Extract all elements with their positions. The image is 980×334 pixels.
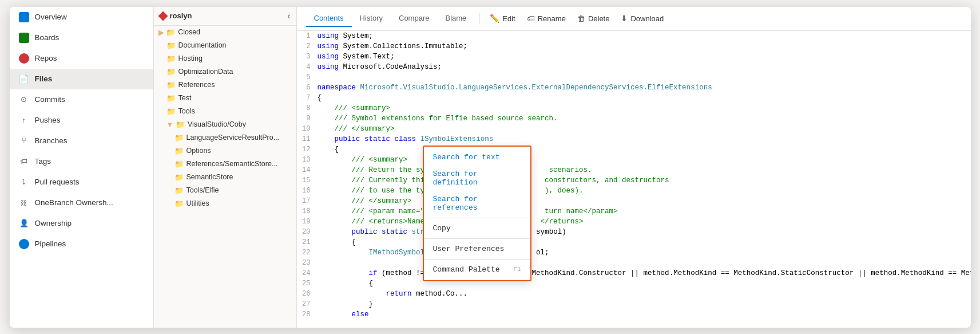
folder-icon: ▶ 📁 (158, 28, 176, 37)
repo-name: roslyn (160, 11, 192, 20)
code-line-10: 10 /// </summary> (297, 124, 971, 134)
tab-contents[interactable]: Contents (306, 10, 352, 27)
tree-item-visualstudio-coby[interactable]: ▼ 📁 VisualStudio/Coby (154, 118, 296, 131)
code-line-27: 27 } (297, 299, 971, 309)
code-line-26: 26 return method.Co... (297, 289, 971, 299)
ctx-search-text[interactable]: Search for text (424, 149, 530, 166)
tree-item-references-semantic[interactable]: 📁 References/SemanticStore... (154, 158, 296, 171)
sidebar-label-tags: Tags (35, 157, 51, 166)
pullreq-icon: ⤵ (19, 177, 29, 187)
sidebar-item-repos[interactable]: Repos (10, 48, 153, 69)
onebranch-icon: ⛓ (19, 198, 29, 208)
repo-name-label: roslyn (170, 11, 192, 20)
rename-icon: 🏷 (527, 14, 535, 23)
code-line-18: 18 /// <param name="symbol"> turn name</… (297, 206, 971, 217)
sidebar: Overview Boards Repos 📄 Files ⊙ Commits … (10, 7, 154, 328)
code-line-7: 7 { (297, 93, 971, 103)
sidebar-label-overview: Overview (35, 13, 67, 21)
code-line-1: 1 using System; (297, 31, 971, 41)
edit-icon: ✏️ (490, 14, 499, 23)
sidebar-item-boards[interactable]: Boards (10, 27, 153, 48)
download-label: Download (630, 14, 664, 23)
rename-action[interactable]: 🏷 Rename (521, 11, 572, 26)
download-action[interactable]: ⬇ Download (615, 11, 669, 26)
tree-item-documentation[interactable]: 📁 Documentation (154, 39, 296, 52)
tree-label-utilities: Utilities (187, 199, 209, 207)
tree-label-options: Options (187, 147, 211, 155)
code-line-13: 13 /// <summary> (297, 155, 971, 165)
sidebar-item-branches[interactable]: ⑂ Branches (10, 131, 153, 151)
code-line-22: 22 IMethodSymbol method... ol; (297, 247, 971, 258)
ctx-command-palette-label: Command Palette (433, 265, 500, 274)
code-line-19: 19 /// <returns>Name of sym... </returns… (297, 217, 971, 227)
code-line-20: 20 public static string Ad... symbol) (297, 227, 971, 237)
code-line-21: 21 { (297, 237, 971, 247)
tab-compare[interactable]: Compare (391, 10, 437, 27)
sidebar-item-overview[interactable]: Overview (10, 7, 153, 27)
tree-item-tools[interactable]: 📁 Tools (154, 105, 296, 118)
folder-icon: 📁 (166, 54, 176, 63)
sidebar-item-ownership[interactable]: 👤 Ownership (10, 213, 153, 234)
tab-history[interactable]: History (352, 10, 391, 27)
code-line-28: 28 else (297, 309, 971, 320)
tree-label-references-semantic: References/SemanticStore... (187, 160, 278, 168)
sidebar-item-pushes[interactable]: ↑ Pushes (10, 110, 153, 131)
code-line-16: 16 /// to use the type na... ), does). (297, 186, 971, 196)
tree-item-utilities[interactable]: 📁 Utilities (154, 197, 296, 210)
tree-label-visualstudio-coby: VisualStudio/Coby (188, 120, 246, 128)
ctx-search-definition[interactable]: Search for definition (424, 166, 530, 191)
sidebar-label-pipelines: Pipelines (35, 239, 66, 248)
tree-item-semanticstore[interactable]: 📁 SemanticStore (154, 171, 296, 184)
tree-label-documentation: Documentation (178, 41, 227, 49)
code-line-6: 6 namespace Microsoft.VisualStudio.Langu… (297, 82, 971, 93)
sidebar-label-pushes: Pushes (35, 116, 61, 124)
folder-icon: ▼ 📁 (166, 120, 185, 129)
tree-item-closed[interactable]: ▶ 📁 Closed (154, 26, 296, 39)
folder-icon: 📁 (174, 133, 184, 142)
sidebar-label-files: Files (35, 74, 53, 83)
folder-icon: 📁 (166, 107, 176, 116)
sidebar-item-pipelines[interactable]: Pipelines (10, 234, 153, 254)
ctx-divider-3 (424, 259, 530, 260)
tree-item-references[interactable]: 📁 References (154, 78, 296, 92)
ctx-command-palette[interactable]: Command Palette F1 (424, 261, 530, 278)
folder-icon: 📁 (166, 41, 176, 50)
sidebar-item-onebranch[interactable]: ⛓ OneBranch Ownersh... (10, 192, 153, 213)
file-tree-header: roslyn ‹ (154, 7, 296, 26)
tree-label-tools: Tools (178, 107, 195, 115)
sidebar-item-files[interactable]: 📄 Files (10, 69, 153, 89)
ctx-copy[interactable]: Copy (424, 220, 530, 237)
ctx-user-preferences[interactable]: User Preferences (424, 241, 530, 257)
main-content: Contents History Compare Blame ✏️ Edit 🏷… (297, 7, 971, 328)
tree-label-optimizationdata: OptimizationData (178, 68, 233, 76)
tab-blame[interactable]: Blame (437, 10, 474, 27)
tree-label-test: Test (178, 94, 192, 102)
delete-action[interactable]: 🗑 Delete (572, 11, 616, 26)
tree-item-languageservice[interactable]: 📁 LanguageServiceResultPro... (154, 131, 296, 144)
tree-item-hosting[interactable]: 📁 Hosting (154, 52, 296, 65)
code-line-2: 2 using System.Collections.Immutable; (297, 41, 971, 52)
pushes-icon: ↑ (19, 115, 29, 125)
repo-diamond-icon (158, 11, 168, 21)
boards-icon (19, 33, 29, 43)
folder-icon: 📁 (166, 81, 176, 89)
tree-label-languageservice: LanguageServiceResultPro... (187, 133, 280, 142)
edit-label: Edit (502, 14, 515, 23)
sidebar-item-tags[interactable]: 🏷 Tags (10, 151, 153, 172)
sidebar-label-branches: Branches (35, 136, 68, 145)
tree-item-options[interactable]: 📁 Options (154, 144, 296, 158)
collapse-button[interactable]: ‹ (287, 11, 290, 21)
tree-item-tools-elfie[interactable]: 📁 Tools/Elfie (154, 184, 296, 197)
tags-icon: 🏷 (19, 156, 29, 167)
sidebar-item-commits[interactable]: ⊙ Commits (10, 89, 153, 110)
tree-item-optimizationdata[interactable]: 📁 OptimizationData (154, 65, 296, 78)
tree-label-closed: Closed (178, 28, 200, 36)
pipelines-icon (19, 239, 29, 249)
ctx-search-references[interactable]: Search for references (424, 191, 530, 216)
tree-item-test[interactable]: 📁 Test (154, 92, 296, 105)
file-tree-scroll[interactable]: ▶ 📁 Closed 📁 Documentation 📁 Hosting 📁 O… (154, 26, 296, 328)
folder-icon: 📁 (174, 186, 184, 195)
code-area[interactable]: 1 using System; 2 using System.Collectio… (297, 31, 971, 328)
edit-action[interactable]: ✏️ Edit (484, 11, 521, 26)
sidebar-item-pullreq[interactable]: ⤵ Pull requests (10, 172, 153, 192)
